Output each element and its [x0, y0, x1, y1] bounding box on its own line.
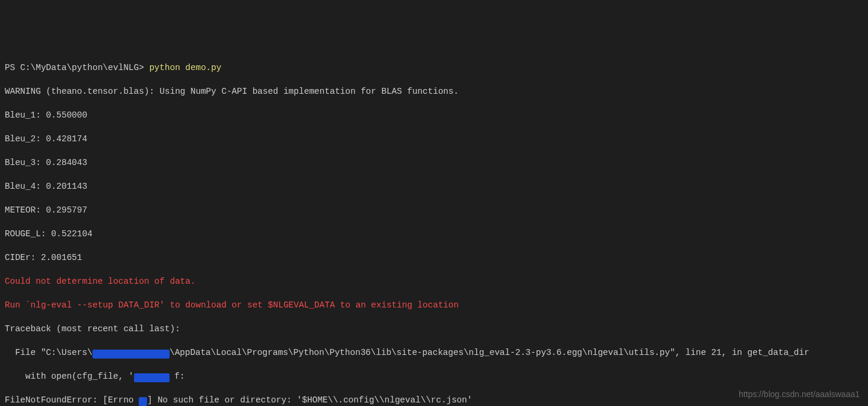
- redacted-username: [92, 350, 170, 359]
- meteor-line: METEOR: 0.295797: [5, 204, 863, 216]
- redacted-errno: [139, 397, 147, 406]
- warning-line: WARNING (theano.tensor.blas): Using NumP…: [5, 85, 863, 97]
- watermark-text: https://blog.csdn.net/aaalswaaa1: [739, 389, 860, 400]
- filenotfound-line: FileNotFoundError: [Errno ] No such file…: [5, 394, 863, 406]
- cider-line: CIDEr: 2.001651: [5, 252, 863, 264]
- bleu3-line: Bleu_3: 0.284043: [5, 157, 863, 169]
- traceback-1: Traceback (most recent call last):: [5, 323, 863, 335]
- error-line-1: Could not determine location of data.: [5, 275, 863, 287]
- bleu2-line: Bleu_2: 0.428174: [5, 133, 863, 145]
- error-line-2: Run `nlg-eval --setup DATA_DIR' to downl…: [5, 299, 863, 311]
- ps-prompt: PS C:\MyData\python\evlNLG>: [5, 63, 149, 72]
- redacted-text: [134, 373, 170, 382]
- bleu4-line: Bleu_4: 0.201143: [5, 180, 863, 192]
- terminal-output[interactable]: PS C:\MyData\python\evlNLG> python demo.…: [5, 50, 863, 406]
- prompt-line-1: PS C:\MyData\python\evlNLG> python demo.…: [5, 62, 863, 74]
- with-open-line: with open(cfg_file, ' f:: [5, 370, 863, 382]
- bleu1-line: Bleu_1: 0.550000: [5, 109, 863, 121]
- file-line-1: File "C:\Users\\AppData\Local\Programs\P…: [5, 347, 863, 359]
- rouge-line: ROUGE_L: 0.522104: [5, 228, 863, 240]
- command-text: python demo.py: [149, 63, 222, 72]
